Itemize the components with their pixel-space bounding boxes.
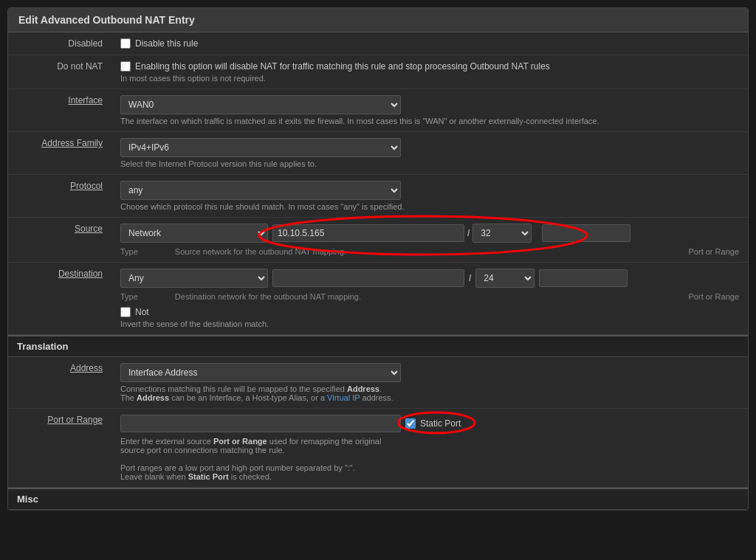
interface-label: Interface <box>8 89 111 132</box>
source-type-sublabel: Type <box>120 247 138 256</box>
destination-type-sublabel: Type <box>120 292 138 301</box>
virtual-ip-link[interactable]: Virtual IP <box>327 393 360 402</box>
address-content: Interface Address Connections matching t… <box>111 357 748 409</box>
source-row: Source Network / 32 <box>8 218 748 263</box>
source-label: Source <box>8 218 111 263</box>
address-select[interactable]: Interface Address <box>120 363 401 382</box>
protocol-select[interactable]: any <box>120 181 401 200</box>
port-or-range-content: Static Port Enter the external source Po… <box>111 409 748 488</box>
port-or-range-label: Port or Range <box>8 409 111 488</box>
disabled-label: Disabled <box>8 32 111 55</box>
address-family-select[interactable]: IPv4+IPv6 <box>120 138 401 157</box>
translation-form-table: Address Interface Address Connections ma… <box>8 357 748 488</box>
page-title: Edit Advanced Outbound NAT Entry <box>8 8 748 32</box>
address-family-help: Select the Internet Protocol version thi… <box>120 159 739 168</box>
source-port-input[interactable] <box>542 224 630 242</box>
do-not-nat-content: Enabling this option will disable NAT fo… <box>111 55 748 89</box>
form-container: Edit Advanced Outbound NAT Entry Disable… <box>7 7 749 511</box>
do-not-nat-checkbox-label: Enabling this option will disable NAT fo… <box>135 61 550 72</box>
do-not-nat-checkbox[interactable] <box>120 61 131 72</box>
destination-not-label: Not <box>135 307 149 317</box>
destination-port-input[interactable] <box>539 269 628 287</box>
source-slash: / <box>467 228 470 238</box>
address-family-label: Address Family <box>8 132 111 175</box>
source-network-sublabel: Source network for the outbound NAT mapp… <box>175 247 346 256</box>
port-or-range-input[interactable] <box>120 415 401 432</box>
destination-not-checkbox[interactable] <box>120 307 131 317</box>
address-row: Address Interface Address Connections ma… <box>8 357 748 409</box>
disabled-checkbox-label: Disable this rule <box>135 38 198 49</box>
port-or-range-help: Enter the external source Port or Range … <box>120 437 489 481</box>
disabled-content: Disable this rule <box>111 32 748 55</box>
destination-content: Any / 24 Type Destination network for th… <box>111 263 748 335</box>
port-or-range-row: Port or Range Static Port Enter the e <box>8 409 748 488</box>
disabled-checkbox[interactable] <box>120 38 131 49</box>
destination-slash: / <box>469 273 471 283</box>
protocol-help: Choose which protocol this rule should m… <box>120 202 739 211</box>
source-ip-input[interactable] <box>272 224 464 242</box>
translation-section-header: Translation <box>8 335 748 357</box>
misc-section-header: Misc <box>8 488 748 510</box>
static-port-checkbox[interactable] <box>405 418 416 429</box>
static-port-label: Static Port <box>420 418 461 429</box>
protocol-content: any Choose which protocol this rule shou… <box>111 175 748 218</box>
do-not-nat-label: Do not NAT <box>8 55 111 89</box>
destination-type-select[interactable]: Any <box>120 269 268 288</box>
address-family-row: Address Family IPv4+IPv6 Select the Inte… <box>8 132 748 175</box>
destination-port-sublabel: Port or Range <box>689 292 739 301</box>
address-help: Connections matching this rule will be m… <box>120 384 739 402</box>
do-not-nat-row: Do not NAT Enabling this option will dis… <box>8 55 748 89</box>
source-port-sublabel: Port or Range <box>689 247 739 256</box>
interface-select[interactable]: WAN0 <box>120 95 401 114</box>
source-content: Network / 32 <box>111 218 748 263</box>
source-type-select[interactable]: Network <box>120 224 268 243</box>
main-form-table: Disabled Disable this rule Do not NAT En… <box>8 32 748 335</box>
address-label: Address <box>8 357 111 409</box>
destination-ip-input[interactable] <box>272 269 464 287</box>
interface-content: WAN0 The interface on which traffic is m… <box>111 89 748 132</box>
source-mask-select[interactable]: 32 <box>472 224 532 243</box>
destination-not-help: Invert the sense of the destination matc… <box>120 319 739 328</box>
do-not-nat-help: In most cases this option is not require… <box>120 74 739 83</box>
protocol-label: Protocol <box>8 175 111 218</box>
destination-row: Destination Any / 24 Type Destination n <box>8 263 748 335</box>
interface-row: Interface WAN0 The interface on which tr… <box>8 89 748 132</box>
protocol-row: Protocol any Choose which protocol this … <box>8 175 748 218</box>
destination-mask-select[interactable]: 24 <box>475 269 535 288</box>
destination-network-sublabel: Destination network for the outbound NAT… <box>175 292 361 301</box>
destination-label: Destination <box>8 263 111 335</box>
interface-help: The interface on which traffic is matche… <box>120 117 739 125</box>
address-family-content: IPv4+IPv6 Select the Internet Protocol v… <box>111 132 748 175</box>
disabled-row: Disabled Disable this rule <box>8 32 748 55</box>
